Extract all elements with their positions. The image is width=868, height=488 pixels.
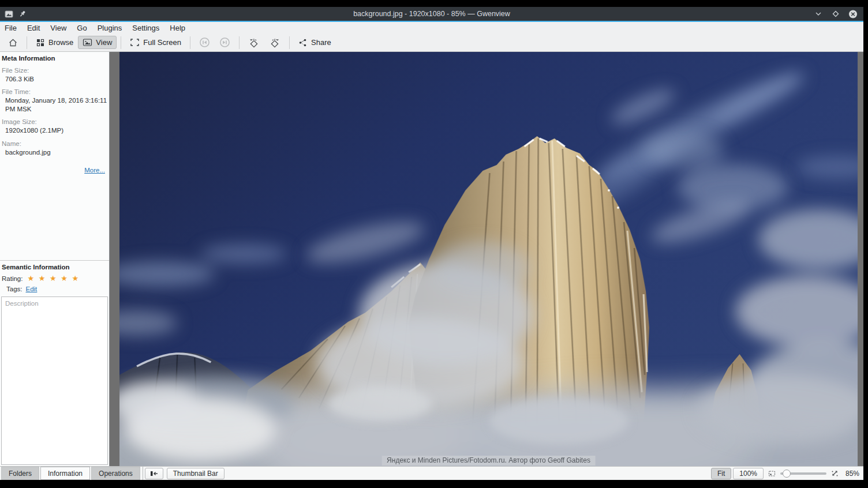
semantic-information-panel: Semantic Information Rating: ★ ★ ★ ★ ★ T… bbox=[0, 261, 109, 292]
description-input[interactable] bbox=[1, 296, 108, 465]
tab-folders[interactable]: Folders bbox=[1, 467, 39, 480]
gwenview-app-icon bbox=[4, 9, 13, 18]
tab-information[interactable]: Information bbox=[40, 467, 90, 480]
share-button[interactable]: Share bbox=[294, 36, 336, 50]
rotate-right-icon bbox=[269, 37, 280, 48]
previous-image-button[interactable] bbox=[194, 35, 215, 50]
zoom-slider[interactable] bbox=[780, 470, 826, 478]
view-image-icon bbox=[83, 38, 92, 47]
name-label: Name: bbox=[2, 140, 107, 147]
browse-grid-icon bbox=[36, 38, 45, 47]
browse-button[interactable]: Browse bbox=[31, 36, 78, 50]
menu-file[interactable]: File bbox=[5, 24, 22, 32]
zoom-100-button[interactable]: 100% bbox=[733, 468, 764, 479]
file-size-label: File Size: bbox=[2, 67, 107, 74]
file-time-value: Monday, January 18, 2016 3:16:11 PM MSK bbox=[2, 96, 107, 113]
collapse-sidebar-button[interactable] bbox=[145, 468, 163, 479]
toolbar-separator bbox=[121, 36, 121, 49]
maximize-button[interactable] bbox=[831, 9, 840, 18]
tab-operations[interactable]: Operations bbox=[91, 467, 140, 480]
share-icon bbox=[298, 38, 308, 47]
menu-go[interactable]: Go bbox=[72, 24, 92, 32]
zoom-fit-button[interactable]: Fit bbox=[711, 468, 731, 479]
tags-edit-link[interactable]: Edit bbox=[26, 286, 38, 292]
status-bar: Folders Information Operations Thumbnail… bbox=[0, 466, 863, 480]
zoom-100-label: 100% bbox=[739, 470, 757, 478]
menu-settings[interactable]: Settings bbox=[127, 24, 164, 32]
minimize-button[interactable] bbox=[814, 9, 823, 18]
pin-icon[interactable] bbox=[18, 9, 27, 18]
file-time-label: File Time: bbox=[2, 88, 107, 95]
next-image-icon bbox=[219, 37, 230, 48]
full-screen-button[interactable]: Full Screen bbox=[125, 36, 186, 49]
more-metadata-link[interactable]: More... bbox=[2, 167, 105, 174]
information-sidebar: Meta Information File Size: 706.3 KiB Fi… bbox=[0, 52, 110, 466]
next-image-button[interactable] bbox=[215, 35, 235, 50]
window-title: background.jpg - 1920x1080 - 85% — Gwenv… bbox=[0, 10, 863, 18]
photo-mountain-image: Яндекс и Minden Pictures/Fotodom.ru. Авт… bbox=[119, 52, 858, 466]
close-button[interactable] bbox=[848, 9, 858, 18]
zoom-fit-label: Fit bbox=[717, 470, 725, 478]
menu-bar: File Edit View Go Plugins Settings Help bbox=[0, 22, 863, 33]
main-area: Meta Information File Size: 706.3 KiB Fi… bbox=[0, 52, 863, 466]
home-button[interactable] bbox=[3, 36, 23, 50]
tags-label: Tags: bbox=[6, 286, 23, 292]
gwenview-window: background.jpg - 1920x1080 - 85% — Gwenv… bbox=[0, 7, 863, 480]
name-value: background.jpg bbox=[2, 148, 107, 156]
toolbar-separator bbox=[190, 36, 190, 49]
rotate-right-button[interactable] bbox=[264, 35, 285, 50]
statusbar-separator bbox=[143, 467, 143, 480]
file-size-value: 706.3 KiB bbox=[2, 75, 107, 83]
desktop-screen: background.jpg - 1920x1080 - 85% — Gwenv… bbox=[0, 0, 868, 488]
image-caption: Яндекс и Minden Pictures/Fotodom.ru. Авт… bbox=[381, 456, 596, 466]
thumbnail-bar-button[interactable]: Thumbnail Bar bbox=[167, 468, 225, 479]
titlebar[interactable]: background.jpg - 1920x1080 - 85% — Gwenv… bbox=[0, 7, 863, 21]
meta-information-panel: Meta Information File Size: 706.3 KiB Fi… bbox=[0, 52, 109, 261]
zoom-out-icon[interactable] bbox=[768, 470, 776, 478]
toolbar-separator bbox=[289, 36, 290, 49]
view-button-label: View bbox=[96, 38, 112, 47]
full-screen-button-label: Full Screen bbox=[143, 38, 181, 47]
toolbar-separator bbox=[239, 36, 240, 49]
rating-stars-icon[interactable]: ★ ★ ★ ★ ★ bbox=[27, 274, 80, 283]
zoom-percentage: 85% bbox=[843, 470, 859, 478]
home-icon bbox=[8, 38, 18, 47]
zoom-in-icon[interactable] bbox=[830, 470, 839, 478]
image-view-area[interactable]: Яндекс и Minden Pictures/Fotodom.ru. Авт… bbox=[110, 52, 863, 466]
full-screen-icon bbox=[130, 38, 140, 47]
image-size-label: Image Size: bbox=[2, 118, 107, 125]
menu-edit[interactable]: Edit bbox=[22, 24, 45, 32]
zoom-slider-handle[interactable] bbox=[783, 470, 791, 478]
rating-label: Rating: bbox=[2, 275, 23, 282]
rotate-left-icon bbox=[248, 37, 260, 48]
rotate-left-button[interactable] bbox=[244, 35, 264, 50]
menu-view[interactable]: View bbox=[45, 24, 72, 32]
zoom-controls: Fit 100% 85% bbox=[711, 468, 863, 479]
browse-button-label: Browse bbox=[48, 38, 73, 47]
collapse-sidebar-icon bbox=[149, 470, 159, 477]
image-size-value: 1920x1080 (2.1MP) bbox=[2, 126, 107, 134]
main-toolbar: Browse View Full Screen bbox=[0, 33, 863, 52]
thumbnail-bar-label: Thumbnail Bar bbox=[173, 470, 218, 478]
view-button[interactable]: View bbox=[78, 36, 117, 49]
previous-image-icon bbox=[199, 37, 210, 48]
toolbar-separator bbox=[27, 36, 27, 49]
semantic-information-title: Semantic Information bbox=[2, 264, 107, 271]
menu-help[interactable]: Help bbox=[164, 24, 190, 32]
sidebar-tab-bar: Folders Information Operations bbox=[0, 467, 140, 480]
menu-plugins[interactable]: Plugins bbox=[92, 24, 128, 32]
share-button-label: Share bbox=[311, 38, 331, 47]
meta-information-title: Meta Information bbox=[2, 55, 107, 62]
